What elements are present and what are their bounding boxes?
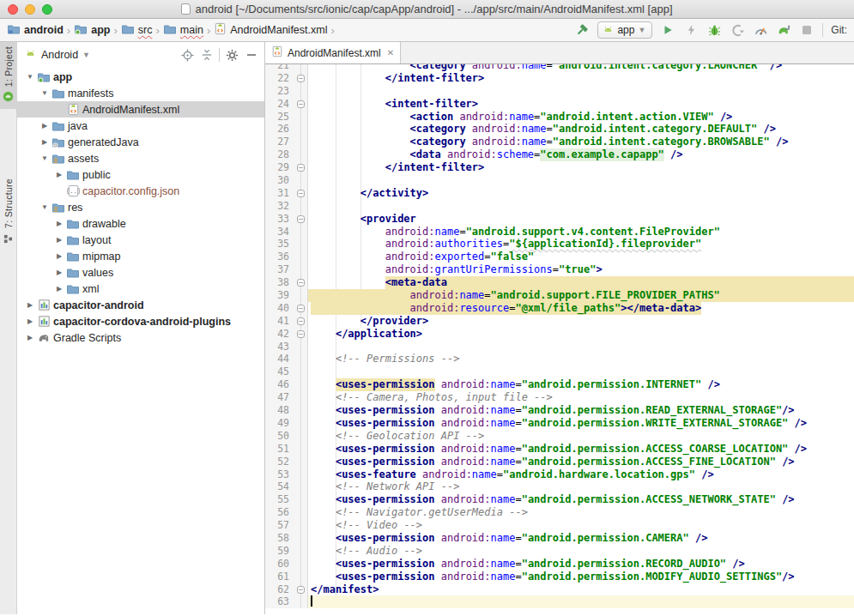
code-line-50[interactable]: 50 <!-- Geolocation API --> [265, 430, 854, 443]
run-configuration-select[interactable]: app ▼ [597, 21, 652, 39]
tree-item-xml[interactable]: ▶xml [17, 281, 264, 297]
tree-item-androidmanifest-xml[interactable]: AndroidManifest.xml [17, 101, 264, 118]
code-line-22[interactable]: 22– </intent-filter> [265, 72, 854, 85]
tree-item-mipmap[interactable]: ▶mipmap [17, 248, 264, 264]
code-line-48[interactable]: 48 <uses-permission android:name="androi… [265, 404, 854, 417]
tree-item-generatedjava[interactable]: ▶generatedJava [17, 134, 264, 150]
minimize-window-button[interactable] [25, 4, 35, 15]
zoom-window-button[interactable] [42, 4, 52, 15]
tree-item-assets[interactable]: ▼assets [17, 150, 264, 166]
code-line-53[interactable]: 53 <uses-feature android:name="android.h… [265, 468, 854, 481]
code-line-52[interactable]: 52 <uses-permission android:name="androi… [265, 456, 854, 468]
code-line-56[interactable]: 56 <!-- Navigator.getUserMedia --> [265, 506, 854, 519]
fold-marker-icon[interactable]: – [297, 330, 305, 338]
code-line-59[interactable]: 59 <!-- Audio --> [265, 545, 854, 558]
code-line-47[interactable]: 47 <!-- Camera, Photos, input file --> [265, 391, 854, 404]
code-line-33[interactable]: 33– <provider [265, 213, 854, 226]
code-line-36[interactable]: 36 android:exported="false" [265, 251, 854, 263]
code-line-43[interactable]: 43 [265, 341, 854, 353]
close-window-button[interactable] [8, 4, 18, 15]
collapsed-arrow-icon[interactable]: ▶ [27, 301, 33, 309]
code-line-37[interactable]: 37 android:grantUriPermissions="true"> [265, 263, 854, 276]
fold-marker-icon[interactable]: – [297, 279, 305, 287]
run-button[interactable] [660, 22, 675, 38]
expanded-arrow-icon[interactable]: ▼ [41, 203, 48, 211]
code-line-35[interactable]: 35 android:authorities="${applicationId}… [265, 238, 854, 251]
code-line-27[interactable]: 27 <category android:name="android.inten… [265, 136, 854, 148]
code-line-46[interactable]: 46 <uses-permission android:name="androi… [265, 378, 854, 391]
tree-item-layout[interactable]: ▶layout [17, 232, 264, 248]
code-line-21[interactable]: 21 <category android:name="android.inten… [265, 64, 854, 72]
code-line-40[interactable]: 40– android:resource="@xml/file_paths"><… [265, 302, 854, 315]
code-line-39[interactable]: 39 android:name="android.support.FILE_PR… [265, 289, 854, 302]
code-line-45[interactable]: 45 [265, 365, 854, 378]
locate-file-button[interactable] [179, 47, 195, 63]
project-view-selector[interactable]: Android [41, 49, 78, 61]
git-branch-label[interactable]: Git: [831, 24, 847, 36]
collapsed-arrow-icon[interactable]: ▶ [57, 171, 62, 178]
tree-item-capacitor-cordova-android-plugins[interactable]: ▶capacitor-cordova-android-plugins [17, 313, 264, 329]
fold-marker-icon[interactable]: – [297, 164, 305, 172]
tree-item-gradle-scripts[interactable]: ▶Gradle Scripts [17, 329, 264, 346]
collapsed-arrow-icon[interactable]: ▶ [57, 269, 62, 276]
code-line-24[interactable]: 24– <intent-filter> [265, 98, 854, 111]
collapsed-arrow-icon[interactable]: ▶ [27, 334, 33, 341]
fold-marker-icon[interactable]: – [297, 100, 305, 108]
attach-debugger-button[interactable] [730, 22, 745, 38]
hide-panel-button[interactable] [244, 47, 259, 63]
tree-item-manifests[interactable]: ▼manifests [17, 85, 264, 101]
close-tab-icon[interactable]: ✕ [385, 48, 394, 57]
tree-item-app[interactable]: ▼app [17, 69, 264, 85]
code-line-26[interactable]: 26 <category android:name="android.inten… [265, 123, 854, 136]
tab-androidmanifest[interactable]: AndroidManifest.xml ✕ [265, 42, 401, 63]
tool-window-project-button[interactable]: 1: Project [0, 42, 17, 109]
collapsed-arrow-icon[interactable]: ▶ [57, 285, 62, 293]
code-line-51[interactable]: 51 <uses-permission android:name="androi… [265, 443, 854, 456]
collapse-all-button[interactable] [199, 47, 215, 63]
code-line-49[interactable]: 49 <uses-permission android:name="androi… [265, 417, 854, 430]
code-line-62[interactable]: 62–</manifest> [265, 583, 854, 596]
code-line-32[interactable]: 32 [265, 200, 854, 213]
debug-button[interactable] [706, 22, 722, 38]
code-line-31[interactable]: 31– </activity> [265, 187, 854, 200]
collapsed-arrow-icon[interactable]: ▶ [42, 122, 47, 130]
code-line-25[interactable]: 25 <action android:name="android.intent.… [265, 111, 854, 124]
collapsed-arrow-icon[interactable]: ▶ [27, 317, 33, 325]
breadcrumb-item-app[interactable]: app [74, 22, 110, 39]
collapsed-arrow-icon[interactable]: ▶ [42, 138, 47, 146]
tool-window-structure-button[interactable]: 7: Structure [0, 174, 17, 251]
apply-changes-button[interactable] [683, 22, 699, 38]
code-line-57[interactable]: 57 <!-- Video --> [265, 519, 854, 532]
make-project-button[interactable] [574, 22, 590, 38]
code-line-61[interactable]: 61 <uses-permission android:name="androi… [265, 571, 854, 583]
collapsed-arrow-icon[interactable]: ▶ [57, 220, 62, 227]
code-line-60[interactable]: 60 <uses-permission android:name="androi… [265, 558, 854, 571]
code-line-55[interactable]: 55 <uses-permission android:name="androi… [265, 493, 854, 506]
expanded-arrow-icon[interactable]: ▼ [27, 73, 33, 81]
tree-item-res[interactable]: ▼res [17, 199, 264, 215]
code-line-38[interactable]: 38– <meta-data [265, 276, 854, 289]
code-line-34[interactable]: 34 android:name="android.support.v4.cont… [265, 226, 854, 239]
code-line-23[interactable]: 23 [265, 85, 854, 98]
tree-item-values[interactable]: ▶values [17, 264, 264, 281]
tree-item-drawable[interactable]: ▶drawable [17, 215, 264, 232]
code-line-41[interactable]: 41– </provider> [265, 315, 854, 328]
breadcrumb-item-android[interactable]: android [7, 22, 64, 39]
fold-marker-icon[interactable]: – [297, 190, 305, 197]
fold-marker-icon[interactable]: – [297, 215, 305, 223]
code-line-42[interactable]: 42– </application> [265, 328, 854, 341]
stop-button[interactable] [799, 22, 815, 38]
expanded-arrow-icon[interactable]: ▼ [41, 154, 48, 162]
tree-item-capacitor-config-json[interactable]: {..}capacitor.config.json [17, 183, 264, 199]
fold-marker-icon[interactable]: – [297, 305, 305, 312]
code-line-63[interactable]: 63 [265, 595, 854, 608]
code-line-58[interactable]: 58 <uses-permission android:name="androi… [265, 532, 854, 545]
code-line-29[interactable]: 29– </intent-filter> [265, 161, 854, 174]
gradle-sync-button[interactable] [776, 22, 791, 38]
code-line-44[interactable]: 44 <!-- Permissions --> [265, 353, 854, 365]
breadcrumb-item-main[interactable]: main [163, 22, 203, 39]
fold-marker-icon[interactable]: – [297, 586, 305, 594]
code-line-28[interactable]: 28 <data android:scheme="com.example.cap… [265, 148, 854, 161]
tree-item-public[interactable]: ▶public [17, 166, 264, 183]
tree-item-capacitor-android[interactable]: ▶capacitor-android [17, 297, 264, 313]
